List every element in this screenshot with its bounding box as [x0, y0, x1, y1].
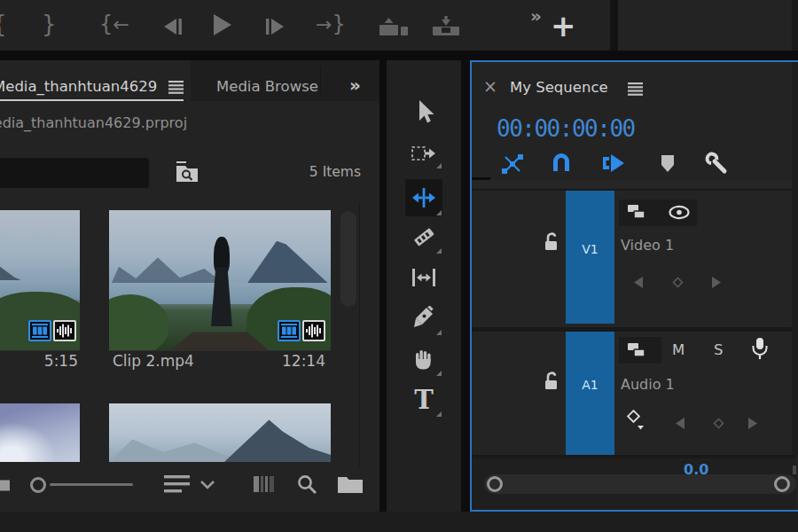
vertical-scrollbar-notch[interactable]	[793, 466, 796, 474]
toolbar-overflow-chevron[interactable]: »	[530, 5, 542, 27]
panel-overflow-chevron[interactable]: »	[349, 74, 361, 96]
nest-toggle-button[interactable]	[501, 153, 524, 176]
mark-in-button[interactable]: {	[0, 11, 7, 37]
video-usage-badge[interactable]	[278, 320, 301, 341]
zoom-scrollbar-track[interactable]	[484, 474, 796, 494]
items-count-label: 5 Items	[266, 164, 361, 180]
sync-lock-icon	[627, 341, 646, 359]
ripple-edit-icon	[411, 185, 436, 210]
project-file-name[interactable]: Media_thanhtuan4629.prproj	[0, 114, 187, 131]
source-patch-a1[interactable]: A1	[566, 332, 614, 455]
keyframe-type-button[interactable]	[626, 410, 645, 431]
sort-button[interactable]	[164, 474, 191, 494]
add-marker-button[interactable]	[659, 154, 677, 174]
timeline-settings-button[interactable]	[704, 151, 729, 176]
track-name-label[interactable]: Video 1	[621, 237, 674, 254]
readout-button[interactable]	[0, 475, 12, 493]
keyframe-diamond-caret-icon	[626, 410, 645, 431]
panel-menu-icon	[168, 81, 184, 94]
clip-thumbnail[interactable]	[0, 403, 80, 462]
project-scroll-track-edge	[359, 204, 360, 466]
tab-media-browser[interactable]: Media Browse	[216, 78, 319, 99]
magnet-icon	[550, 152, 573, 175]
next-keyframe-button[interactable]	[711, 276, 723, 289]
filmstrip-icon	[30, 322, 50, 340]
zoom-scrollbar-left-handle[interactable]	[487, 476, 503, 492]
video-usage-badge[interactable]	[28, 320, 51, 341]
solo-track-button[interactable]: S	[714, 341, 723, 358]
step-forward-button[interactable]	[263, 17, 286, 36]
clip-thumbnail[interactable]	[109, 403, 331, 462]
audio-usage-badge[interactable]	[53, 320, 76, 341]
lift-button[interactable]	[378, 15, 410, 38]
zoom-slider-knob[interactable]	[30, 477, 46, 493]
sync-lock-button[interactable]	[627, 341, 646, 359]
prev-keyframe-button[interactable]	[632, 276, 644, 289]
slip-tool-button[interactable]	[408, 262, 440, 293]
razor-tool-button[interactable]	[408, 222, 440, 252]
track-select-forward-tool-button[interactable]	[406, 138, 442, 168]
go-to-out-button[interactable]: →}	[316, 12, 346, 36]
timecode-display[interactable]: 00:00:00:00	[497, 115, 635, 142]
play-button[interactable]	[209, 12, 234, 37]
go-to-in-button[interactable]: {←	[99, 12, 129, 36]
extract-button[interactable]	[431, 15, 461, 38]
mountain-shape	[224, 415, 331, 462]
audio-usage-badge[interactable]	[302, 320, 325, 341]
search-bin-icon	[174, 161, 200, 184]
track-name-label[interactable]: Audio 1	[621, 376, 675, 393]
track-output-button[interactable]	[669, 205, 690, 220]
zoom-slider-track[interactable]	[50, 483, 133, 486]
body-shape	[211, 267, 232, 326]
selection-tool-icon	[412, 99, 435, 124]
clip3-image	[0, 403, 80, 462]
new-bin-button[interactable]	[337, 474, 364, 494]
track-lock-button[interactable]	[544, 231, 559, 253]
tab-project-label[interactable]: Media_thanhtuan4629	[0, 78, 157, 95]
search-input[interactable]	[0, 158, 149, 188]
right-arrow-glyph: →	[316, 13, 332, 35]
play-icon	[209, 12, 234, 37]
source-patch-v1[interactable]: V1	[566, 191, 614, 324]
clip-thumbnail[interactable]	[109, 210, 331, 351]
hand-tool-button[interactable]	[408, 344, 440, 374]
search-bin-button[interactable]	[172, 160, 202, 186]
next-keyframe-icon	[711, 276, 723, 289]
project-panel-menu-button[interactable]	[168, 81, 184, 94]
voiceover-record-button[interactable]	[750, 337, 770, 362]
tools-panel: T	[387, 60, 461, 512]
vertical-divider[interactable]	[461, 60, 470, 512]
timeline-panel-menu-button[interactable]	[628, 82, 643, 96]
clip4-image	[109, 403, 331, 462]
snap-toggle-button[interactable]	[550, 152, 573, 175]
ripple-edit-tool-button[interactable]	[405, 179, 442, 216]
sort-direction-button[interactable]	[200, 480, 215, 489]
clip-thumbnail[interactable]	[0, 210, 80, 351]
zoom-scrollbar-right-handle[interactable]	[774, 476, 790, 492]
add-keyframe-button[interactable]	[671, 276, 685, 289]
linked-selection-button[interactable]	[601, 153, 626, 174]
prev-keyframe-button[interactable]	[674, 417, 685, 430]
step-forward-icon	[263, 17, 286, 36]
add-button[interactable]: +	[551, 8, 576, 43]
project-scrollbar[interactable]	[340, 211, 356, 307]
sync-lock-button[interactable]	[627, 203, 646, 221]
close-panel-button[interactable]: ×	[483, 76, 497, 96]
tab-sequence-label[interactable]: My Sequence	[510, 79, 608, 96]
icon-view-button[interactable]	[254, 475, 278, 493]
selection-tool-button[interactable]	[408, 97, 440, 127]
mark-out-button[interactable]: }	[42, 11, 57, 37]
find-button[interactable]	[296, 473, 319, 497]
next-keyframe-icon	[747, 417, 759, 430]
next-keyframe-button[interactable]	[747, 417, 759, 430]
vertical-divider[interactable]	[379, 60, 387, 512]
clip-name[interactable]: Clip 2.mp4	[113, 352, 194, 370]
pen-tool-button[interactable]	[408, 303, 440, 333]
tab-active-underline	[0, 99, 184, 101]
track-lock-button[interactable]	[544, 371, 559, 392]
add-keyframe-button[interactable]	[712, 417, 725, 430]
mute-track-button[interactable]: M	[672, 341, 685, 358]
step-back-button[interactable]	[161, 17, 184, 36]
toolbar-right-edge	[792, 0, 798, 51]
type-tool-button[interactable]: T	[408, 385, 440, 415]
